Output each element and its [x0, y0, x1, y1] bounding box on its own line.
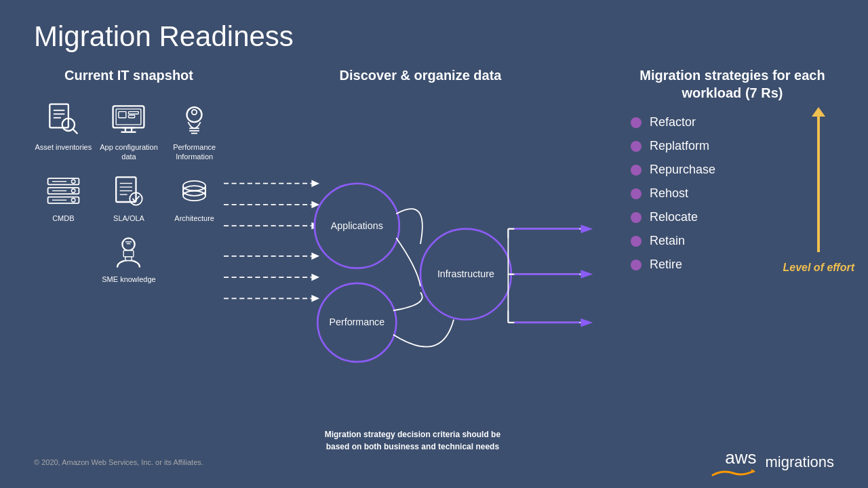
svg-marker-54: [311, 252, 319, 260]
app-config-label: App configuration data: [100, 142, 159, 162]
asset-inventories-label: Asset inventories: [35, 142, 92, 152]
sla-label: SLA/OLA: [113, 214, 144, 223]
retire-label: Retire: [650, 258, 682, 272]
svg-rect-9: [129, 112, 139, 115]
sla-icon: [110, 172, 147, 209]
icon-architecture: Architecture: [165, 172, 224, 223]
svg-marker-77: [751, 469, 755, 473]
performance-info-icon: [176, 101, 213, 138]
svg-rect-44: [125, 257, 132, 261]
svg-line-5: [73, 129, 77, 133]
icons-grid: Asset inventories App c: [34, 101, 224, 284]
dot-refactor: [631, 117, 642, 128]
left-column: Current IT snapshot Asset inventories: [34, 66, 224, 460]
aws-swoosh: [709, 468, 757, 478]
asset-icon: [45, 101, 82, 138]
sme-label: SME knowledge: [102, 274, 156, 284]
svg-point-42: [123, 238, 135, 250]
retain-label: Retain: [650, 234, 685, 248]
svg-marker-56: [311, 274, 319, 281]
icon-asset-inventories: Asset inventories: [34, 101, 93, 162]
svg-rect-0: [50, 104, 68, 128]
diagram-area: Applications Performance Infrastructure: [224, 101, 617, 460]
svg-point-16: [192, 110, 197, 115]
icon-sme: SME knowledge: [100, 233, 159, 284]
dot-rehost: [631, 188, 642, 199]
svg-marker-68: [580, 224, 593, 232]
svg-text:Applications: Applications: [331, 220, 383, 231]
dot-relocate: [631, 212, 642, 223]
svg-point-24: [71, 188, 75, 192]
relocate-label: Relocate: [650, 210, 698, 224]
migrations-text: migrations: [766, 453, 834, 471]
dot-retain: [631, 236, 642, 247]
rehost-label: Rehost: [650, 186, 688, 201]
cmdb-icon: [45, 172, 82, 209]
cmdb-label: CMDB: [52, 214, 74, 223]
svg-rect-10: [129, 115, 135, 118]
aws-text: aws: [725, 447, 756, 468]
sme-icon: [110, 233, 147, 270]
middle-column: Discover & organize data: [224, 66, 617, 460]
svg-marker-70: [580, 319, 593, 327]
icon-cmdb: CMDB: [34, 172, 93, 223]
svg-text:Performance: Performance: [329, 317, 384, 327]
middle-header: Discover & organize data: [224, 66, 617, 84]
performance-info-label: Performance Information: [165, 142, 224, 162]
app-config-icon: [110, 101, 147, 138]
icon-app-config: App configuration data: [100, 101, 159, 162]
dot-replatform: [631, 141, 642, 152]
level-of-effort-label: Level of effort: [783, 261, 855, 275]
dot-repurchase: [631, 165, 642, 176]
architecture-icon: [176, 172, 213, 209]
svg-marker-69: [580, 270, 593, 278]
svg-text:Infrastructure: Infrastructure: [437, 268, 494, 279]
dot-retire: [631, 260, 642, 270]
copyright-text: © 2020, Amazon Web Services, Inc. or its…: [34, 458, 203, 466]
aws-logo: aws migrations: [709, 447, 834, 478]
footer: © 2020, Amazon Web Services, Inc. or its…: [34, 447, 834, 478]
svg-rect-8: [119, 112, 126, 118]
icon-performance-info: Performance Information: [165, 101, 224, 162]
architecture-label: Architecture: [174, 214, 214, 223]
icon-sla: SLA/OLA: [100, 172, 159, 223]
svg-marker-58: [311, 295, 319, 302]
svg-marker-48: [311, 180, 319, 187]
diagram-svg: Applications Performance Infrastructure: [224, 101, 617, 460]
svg-rect-43: [124, 251, 134, 257]
svg-point-25: [71, 198, 75, 202]
right-column: Migration strategies for each workload (…: [617, 66, 834, 460]
content-area: Current IT snapshot Asset inventories: [34, 66, 834, 460]
repurchase-label: Repurchase: [650, 163, 715, 177]
replatform-label: Replatform: [650, 139, 709, 153]
svg-point-23: [71, 180, 75, 184]
page-title: Migration Readiness: [34, 20, 834, 53]
left-header: Current IT snapshot: [34, 66, 224, 84]
refactor-label: Refactor: [650, 115, 696, 129]
svg-rect-29: [117, 177, 136, 202]
slide: Migration Readiness Current IT snapshot …: [0, 0, 868, 488]
right-header: Migration strategies for each workload (…: [631, 66, 834, 102]
